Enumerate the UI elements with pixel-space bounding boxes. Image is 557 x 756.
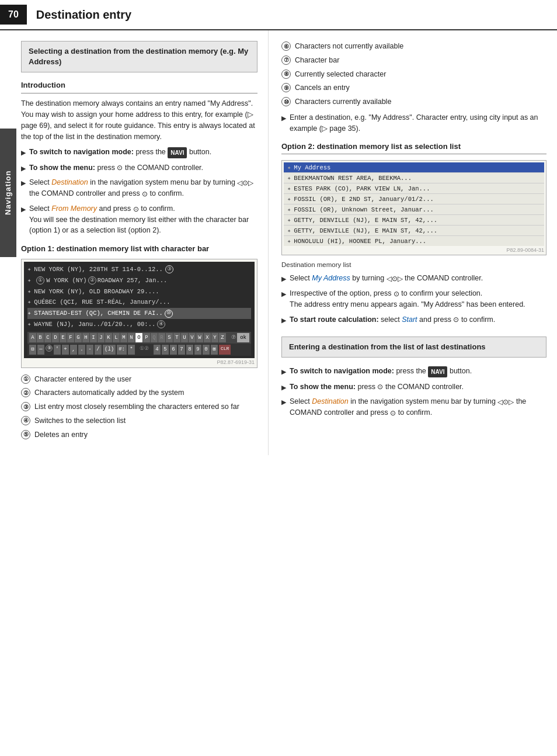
char-H[interactable]: H bbox=[82, 333, 89, 342]
char-K[interactable]: K bbox=[105, 333, 112, 342]
bullet-select-myaddress: ▶ Select My Address by turning ◁⊙▷ the C… bbox=[281, 273, 546, 284]
numbered-item-2: ② Characters automatically added by the … bbox=[21, 387, 257, 398]
char-6[interactable]: 6 bbox=[170, 345, 177, 354]
header-bar: 70 Destination entry bbox=[0, 0, 557, 30]
char-C[interactable]: C bbox=[44, 333, 51, 342]
dest-text-1: BEEKMANTOWN REST AREA, BEEKMA... bbox=[294, 175, 412, 182]
dest-text-6: GETTY, DENVILLE (NJ), E MAIN ST, 42,... bbox=[294, 227, 437, 234]
bullet-text-destination: Select Destination in the navigation sys… bbox=[29, 177, 257, 199]
char-Q[interactable]: Q bbox=[151, 333, 158, 342]
badge-1: ① bbox=[36, 276, 44, 285]
char-V[interactable]: V bbox=[189, 333, 196, 342]
char-hash[interactable]: #: bbox=[117, 345, 127, 354]
num-text-5: Deletes an entry bbox=[34, 429, 88, 441]
num-text-6: Characters not currently available bbox=[295, 41, 403, 52]
dest-text-4: FOSSIL (OR), Unknown Street, Januar... bbox=[294, 206, 433, 213]
page-wrapper: 70 Destination entry Navigation Selectin… bbox=[0, 0, 557, 756]
bullet-arrow-icon: ▶ bbox=[21, 178, 26, 188]
num-text-7: Character bar bbox=[295, 55, 339, 66]
num-text-8: Currently selected character bbox=[295, 69, 386, 80]
char-D[interactable]: D bbox=[52, 333, 59, 342]
dest-row-6: ✦ GETTY, DENVILLE (NJ), E MAIN ST, 42,..… bbox=[284, 226, 544, 236]
bullet-arrow-icon: ▶ bbox=[281, 367, 286, 377]
char-dash[interactable]: — bbox=[37, 345, 44, 354]
char-group-letters: A B C D E F G H I J K L bbox=[29, 333, 226, 342]
char-slash[interactable]: / bbox=[95, 345, 102, 354]
char-minus-box[interactable]: ⊟ bbox=[29, 345, 36, 354]
char-8[interactable]: 8 bbox=[186, 345, 193, 354]
intro-paragraph: The destination memory always contains a… bbox=[21, 98, 257, 142]
char-7[interactable]: 7 bbox=[178, 345, 185, 354]
option2-divider bbox=[281, 154, 546, 154]
char-T[interactable]: T bbox=[173, 333, 180, 342]
bullet-arrow-icon: ▶ bbox=[21, 204, 26, 214]
char-Y[interactable]: Y bbox=[211, 333, 218, 342]
char-M[interactable]: M bbox=[120, 333, 127, 342]
dest-icon-6: ✦ bbox=[287, 227, 291, 234]
char-R[interactable]: R bbox=[158, 333, 165, 342]
char-dot[interactable]: . bbox=[78, 345, 85, 354]
char-box-icon[interactable]: ⊠ bbox=[211, 345, 218, 354]
dest-row-2: ✦ ESTES PARK (CO), PARK VIEW LN, Jan... bbox=[284, 183, 544, 194]
char-9[interactable]: 9 bbox=[194, 345, 201, 354]
dest-icon-7: ✦ bbox=[287, 237, 291, 245]
char-O-selected[interactable]: O bbox=[135, 333, 142, 342]
char-hyphen[interactable]: - bbox=[86, 345, 93, 354]
num-text-1: Character entered by the user bbox=[34, 374, 131, 385]
option1-title: Option 1: destination memory list with c… bbox=[21, 244, 257, 253]
dest-icon-5: ✦ bbox=[287, 216, 291, 224]
char-E[interactable]: E bbox=[60, 333, 67, 342]
numbered-item-9: ⑨ Cancels an entry bbox=[281, 82, 546, 93]
char-I[interactable]: I bbox=[90, 333, 97, 342]
char-S[interactable]: S bbox=[166, 333, 173, 342]
ok-button[interactable]: ok bbox=[237, 333, 249, 342]
dest-icon-3: ✦ bbox=[287, 195, 291, 203]
num-circle-1: ① bbox=[21, 374, 30, 384]
bullet-text-from-memory: Select From Memory and press ⊙ to confir… bbox=[29, 203, 257, 236]
char-P[interactable]: P bbox=[143, 333, 150, 342]
bullet-arrow-icon: ▶ bbox=[281, 383, 286, 393]
char-G[interactable]: G bbox=[75, 333, 82, 342]
char-N[interactable]: N bbox=[128, 333, 135, 342]
numbered-item-8: ⑧ Currently selected character bbox=[281, 69, 546, 80]
bullet-switch-nav: ▶ To switch to navigation mode: press th… bbox=[21, 147, 257, 158]
dest-icon-0: ✦ bbox=[287, 164, 291, 171]
char-comma[interactable]: , bbox=[70, 345, 77, 354]
bullet-arrow-icon: ▶ bbox=[281, 397, 286, 407]
char-X[interactable]: X bbox=[204, 333, 211, 342]
char-U[interactable]: U bbox=[181, 333, 188, 342]
dest-row-7: ✦ HONOLULU (HI), HOONEE PL, January... bbox=[284, 236, 544, 246]
bullet-last-select-dest: ▶ Select Destination in the navigation s… bbox=[281, 396, 546, 418]
section-box-last-dest: Entering a destination from the list of … bbox=[281, 337, 546, 358]
dest-text-2: ESTES PARK (CO), PARK VIEW LN, Jan... bbox=[294, 185, 430, 192]
left-column: Selecting a destination from the destina… bbox=[0, 30, 269, 455]
char-4[interactable]: 4 bbox=[154, 345, 161, 354]
dest-row-my-address: ✦ My Address bbox=[284, 162, 544, 173]
char-B[interactable]: B bbox=[37, 333, 44, 342]
char-asterisk[interactable]: * bbox=[128, 345, 135, 354]
char-L[interactable]: L bbox=[113, 333, 120, 342]
page-number: 70 bbox=[0, 5, 27, 25]
bullet-enter-dest-text: Enter a destination, e.g. "My Address". … bbox=[290, 112, 546, 134]
numbered-item-5: ⑤ Deletes an entry bbox=[21, 429, 257, 441]
num-circle-10: ⑩ bbox=[281, 97, 291, 106]
char-apos[interactable]: ′ bbox=[54, 345, 61, 354]
char-5[interactable]: 5 bbox=[162, 345, 169, 354]
dest-text-0: My Address bbox=[294, 164, 330, 171]
char-0[interactable]: 0 bbox=[203, 345, 210, 354]
bullet-last-show-menu: ▶ To show the menu: press ⊙ the COMAND c… bbox=[281, 382, 546, 393]
dest-text-3: FOSSIL (OR), E 2ND ST, January/01/2... bbox=[294, 196, 433, 203]
badge-7: ⑦ bbox=[231, 334, 236, 342]
char-J[interactable]: J bbox=[98, 333, 105, 342]
char-A[interactable]: A bbox=[29, 333, 36, 342]
numbered-list-2: ⑥ Characters not currently available ⑦ C… bbox=[281, 41, 546, 107]
char-paren[interactable]: (l) bbox=[103, 345, 116, 354]
numbered-item-10: ⑩ Characters currently available bbox=[281, 96, 546, 107]
bullet-select-destination: ▶ Select Destination in the navigation s… bbox=[21, 177, 257, 199]
screen-row-2: ✦ ① W YORK (NY) ② ROADWAY 257, Jan... bbox=[27, 275, 251, 286]
clr-button[interactable]: CLR bbox=[219, 345, 231, 354]
char-plus[interactable]: + bbox=[62, 345, 69, 354]
char-F[interactable]: F bbox=[67, 333, 74, 342]
char-Z[interactable]: Z bbox=[219, 333, 226, 342]
char-W[interactable]: W bbox=[196, 333, 203, 342]
